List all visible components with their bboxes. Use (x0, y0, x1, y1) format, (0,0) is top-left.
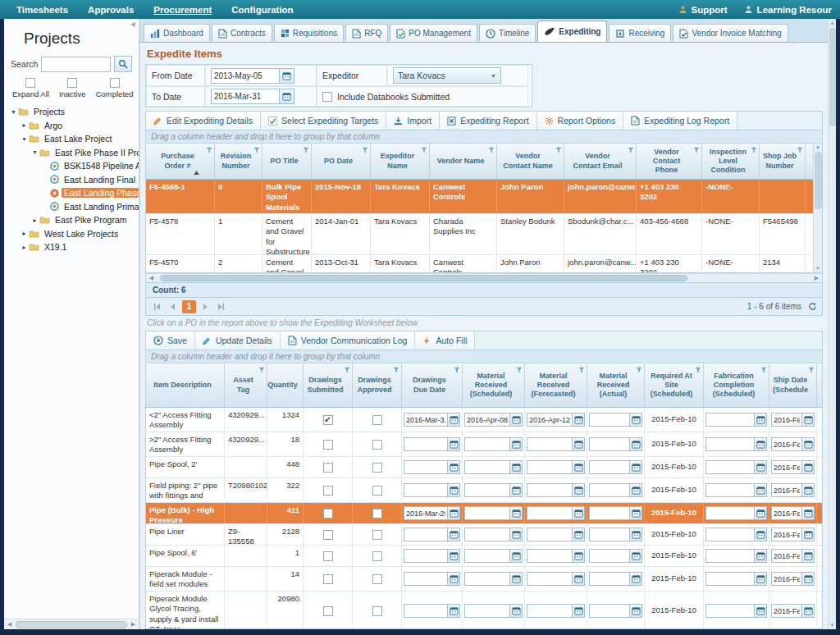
tree-item-bsk1548-pipeline-abandc[interactable]: BSK1548 Pipeline Abandc (9, 159, 139, 173)
scrollbar-thumb[interactable] (829, 28, 836, 126)
fabrication-completion-scheduled-input[interactable] (705, 572, 755, 586)
drawings-due-date-calendar-button[interactable] (448, 506, 460, 520)
drawings-submitted-checkbox[interactable] (323, 415, 333, 425)
button-report-options[interactable]: Report Options (537, 112, 624, 130)
button-expediting-report[interactable]: Expediting Report (440, 112, 536, 130)
fabrication-completion-scheduled-calendar-button[interactable] (755, 460, 767, 474)
filter-funnel-icon[interactable] (421, 147, 427, 156)
column-header-po-date[interactable]: PO Date (312, 144, 371, 179)
completed-checkbox[interactable] (110, 78, 120, 88)
material-received-scheduled-input[interactable] (464, 528, 510, 541)
sidebar-collapse-icon[interactable]: ◀ (130, 21, 135, 28)
filter-funnel-icon[interactable] (206, 147, 212, 156)
ship-date-scheduled-input[interactable] (771, 437, 802, 451)
drawings-due-date-calendar-button[interactable] (448, 604, 460, 618)
material-received-scheduled-input[interactable] (464, 483, 510, 497)
fabrication-completion-scheduled-calendar-button[interactable] (755, 572, 767, 586)
tab-timeline[interactable]: Timeline (479, 24, 536, 42)
drawings-due-date-calendar-button[interactable] (448, 483, 460, 497)
scrollbar-thumb[interactable] (160, 275, 687, 281)
drawings-submitted-checkbox[interactable] (323, 440, 333, 450)
drawings-due-date-calendar-button[interactable] (448, 413, 460, 427)
material-received-forecasted-calendar-button[interactable] (573, 506, 585, 520)
material-received-scheduled-input[interactable] (464, 549, 510, 563)
drawings-due-date-input[interactable] (404, 437, 448, 451)
filter-funnel-icon[interactable] (555, 147, 562, 156)
material-received-scheduled-input[interactable] (464, 572, 510, 586)
material-received-forecasted-input[interactable] (527, 506, 573, 520)
inactive-checkbox[interactable] (67, 78, 77, 88)
from-date-input[interactable] (211, 68, 280, 84)
ship-date-scheduled-calendar-button[interactable] (802, 483, 815, 497)
fabrication-completion-scheduled-calendar-button[interactable] (755, 506, 767, 520)
material-received-scheduled-calendar-button[interactable] (510, 413, 523, 427)
column-header-vendor-name[interactable]: Vendor Name (430, 144, 497, 179)
drawings-due-date-input[interactable] (404, 413, 448, 427)
drawings-due-date-calendar-button[interactable] (448, 437, 460, 451)
material-received-actual-input[interactable] (589, 437, 630, 451)
material-received-forecasted-input[interactable] (527, 437, 573, 451)
scrollbar-thumb[interactable] (16, 621, 127, 628)
pager-current-page[interactable]: 1 (182, 300, 196, 313)
filter-funnel-icon[interactable] (693, 147, 700, 156)
material-received-actual-input[interactable] (589, 604, 630, 618)
worksheet-row-field-piping-2-pipe-with-fitti[interactable]: Field piping: 2" pipe with fittings and … (146, 478, 822, 503)
drawings-due-date-input[interactable] (404, 528, 448, 541)
material-received-scheduled-input[interactable] (464, 437, 510, 451)
pager-prev-button[interactable] (167, 300, 180, 313)
material-received-scheduled-input[interactable] (464, 413, 510, 427)
worksheet-row-2-access-fitting-assembly[interactable]: <2" Access Fitting Assembly4320929...132… (146, 408, 822, 432)
fabrication-completion-scheduled-input[interactable] (705, 413, 755, 427)
tree-collapsed-arrow-icon[interactable]: ▸ (20, 230, 29, 237)
drawings-submitted-checkbox[interactable] (323, 574, 333, 584)
material-received-actual-calendar-button[interactable] (630, 460, 642, 474)
tree-expanded-arrow-icon[interactable]: ▾ (30, 148, 39, 156)
worksheet-row-pipe-spool-2[interactable]: Pipe Spool, 2'4482015-Feb-10 (146, 457, 822, 478)
search-input[interactable] (41, 57, 111, 72)
drawings-submitted-checkbox[interactable] (323, 551, 333, 561)
drawings-approved-checkbox[interactable] (372, 463, 382, 473)
material-received-actual-calendar-button[interactable] (630, 604, 642, 618)
tab-expediting[interactable]: Expediting (537, 21, 607, 42)
learning-resources-link[interactable]: Learning Resour (744, 5, 832, 15)
ship-date-scheduled-input[interactable] (771, 506, 802, 520)
column-header-asset-tag[interactable]: Asset Tag (225, 363, 267, 407)
button-import[interactable]: Import (386, 112, 440, 130)
filter-funnel-icon[interactable] (344, 367, 350, 376)
filter-funnel-icon[interactable] (362, 147, 368, 156)
material-received-forecasted-calendar-button[interactable] (573, 460, 585, 474)
tree-item-east-landing-primary[interactable]: East Landing Primary (9, 200, 139, 214)
scroll-up-icon[interactable]: ▲ (830, 19, 835, 27)
tab-contracts[interactable]: Contracts (212, 24, 272, 42)
material-received-actual-calendar-button[interactable] (630, 549, 642, 563)
column-header-fabrication-completion-scheduled[interactable]: Fabrication Completion (Scheduled) (704, 363, 769, 407)
material-received-forecasted-calendar-button[interactable] (573, 413, 585, 427)
nav-item-procurement[interactable]: Procurement (144, 5, 221, 15)
tree-item-x19-1[interactable]: ▸X19.1 (9, 240, 139, 254)
fabrication-completion-scheduled-calendar-button[interactable] (755, 528, 767, 541)
include-databooks-checkbox[interactable] (322, 92, 332, 102)
ship-date-scheduled-calendar-button[interactable] (802, 413, 815, 427)
filter-funnel-icon[interactable] (303, 147, 309, 156)
fabrication-completion-scheduled-input[interactable] (705, 549, 755, 563)
drawings-submitted-checkbox[interactable] (323, 486, 333, 496)
drawings-approved-checkbox[interactable] (372, 509, 382, 519)
drawings-due-date-input[interactable] (404, 549, 448, 563)
material-received-forecasted-calendar-button[interactable] (573, 437, 585, 451)
tree-expanded-arrow-icon[interactable]: ▾ (20, 135, 29, 143)
worksheet-row-pipe-liner[interactable]: Pipe LinerZ9-13555821282015-Feb-10 (146, 524, 822, 546)
material-received-forecasted-calendar-button[interactable] (573, 528, 585, 541)
scroll-left-icon[interactable]: ◀ (146, 273, 157, 283)
column-header-inspection-level-condition[interactable]: Inspection Level Condition (702, 144, 760, 179)
column-header-quantity[interactable]: Quantity (267, 363, 304, 407)
search-button[interactable] (114, 56, 132, 72)
ship-date-scheduled-calendar-button[interactable] (802, 572, 815, 586)
filter-funnel-icon[interactable] (628, 147, 634, 156)
to-date-input[interactable] (211, 89, 280, 104)
ship-date-scheduled-input[interactable] (771, 528, 802, 541)
ship-date-scheduled-calendar-button[interactable] (802, 604, 815, 618)
filter-funnel-icon[interactable] (454, 367, 460, 376)
material-received-actual-input[interactable] (589, 460, 630, 474)
ship-date-scheduled-input[interactable] (771, 483, 802, 497)
column-header-vendor-contact-email[interactable]: Vendor Contact Email (564, 144, 637, 179)
